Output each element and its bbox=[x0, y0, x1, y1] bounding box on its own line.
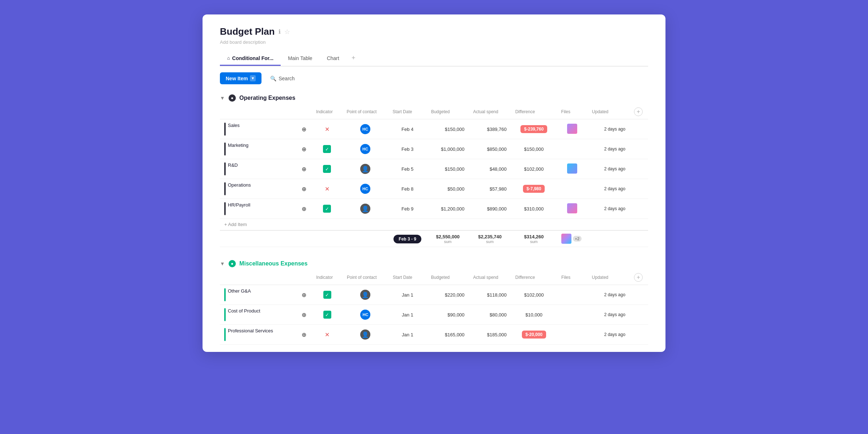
row-color-bar-green bbox=[224, 308, 226, 321]
poc-cell-sales: HC bbox=[342, 119, 388, 139]
diff-cell-othergna: $102,000 bbox=[511, 285, 557, 305]
info-icon[interactable]: ℹ bbox=[278, 28, 281, 35]
tab-add[interactable]: + bbox=[346, 51, 361, 67]
col-header-files-misc: Files bbox=[557, 270, 588, 285]
diff-value-positive: $10,000 bbox=[526, 312, 542, 318]
diff-value-positive: $102,000 bbox=[524, 166, 544, 172]
col-header-updated-misc: Updated bbox=[588, 270, 630, 285]
operating-expenses-header: ▼ ● Operating Expenses bbox=[220, 90, 648, 105]
indicator-cell-profservices: ✕ bbox=[312, 325, 342, 345]
date-range-badge: Feb 3 - 9 bbox=[393, 235, 421, 243]
table-row: HR/Payroll ⊕ ✓ 👤 Feb 9 $1,200,000 $890,0… bbox=[220, 199, 648, 219]
item-name-rd: R&D bbox=[228, 162, 238, 175]
actual-cell-profservices: $185,000 bbox=[469, 325, 511, 345]
row-add-cell[interactable]: ⊕ bbox=[297, 285, 312, 305]
poc-cell-marketing: HC bbox=[342, 139, 388, 159]
row-name-cell: Marketing bbox=[220, 139, 297, 159]
updated-cell-marketing: 2 days ago bbox=[588, 139, 630, 159]
sum-label: sum bbox=[473, 239, 506, 244]
board-description[interactable]: Add board description bbox=[220, 39, 648, 45]
summary-file-badges: +2 bbox=[561, 234, 583, 244]
row-name-cell: Operations bbox=[220, 179, 297, 199]
date-cell-operations: Feb 8 bbox=[388, 179, 427, 199]
row-addcol-cell bbox=[630, 119, 648, 139]
table-row: R&D ⊕ ✓ 👤 Feb 5 $150,000 $48,000 $102,00… bbox=[220, 159, 648, 179]
file-thumbnail-blue bbox=[567, 163, 577, 174]
add-item-row[interactable]: + Add Item bbox=[220, 219, 648, 231]
new-item-label: New Item bbox=[226, 76, 248, 81]
row-add-cell[interactable]: ⊕ bbox=[297, 199, 312, 219]
col-header-addcol-misc[interactable]: + bbox=[630, 270, 648, 285]
diff-cell-costproduct: $10,000 bbox=[511, 305, 557, 325]
row-add-cell[interactable]: ⊕ bbox=[297, 159, 312, 179]
row-add-cell[interactable]: ⊕ bbox=[297, 119, 312, 139]
poc-cell-profservices: 👤 bbox=[342, 325, 388, 345]
misc-expenses-table: Indicator Point of contact Start Date Bu… bbox=[220, 270, 648, 345]
indicator-green: ✓ bbox=[323, 145, 331, 153]
add-column-icon-misc[interactable]: + bbox=[634, 273, 643, 282]
collapse-icon-misc[interactable]: ▼ bbox=[220, 261, 225, 267]
table-row: Sales ⊕ ✕ HC Feb 4 $150,000 $389,760 $-2… bbox=[220, 119, 648, 139]
board-title-row: Budget Plan ℹ ☆ bbox=[220, 26, 648, 37]
files-cell-rd bbox=[557, 159, 588, 179]
col-header-add bbox=[297, 105, 312, 119]
row-addcol-cell bbox=[630, 199, 648, 219]
summary-budget: $2,550,000 sum bbox=[427, 230, 469, 247]
actual-cell-costproduct: $80,000 bbox=[469, 305, 511, 325]
file-thumb-multi bbox=[561, 234, 571, 244]
poc-cell-rd: 👤 bbox=[342, 159, 388, 179]
row-color-bar-green bbox=[224, 288, 226, 301]
board-title: Budget Plan bbox=[220, 26, 275, 37]
date-cell-hr: Feb 9 bbox=[388, 199, 427, 219]
poc-cell-othergna: 👤 bbox=[342, 285, 388, 305]
files-cell-marketing bbox=[557, 139, 588, 159]
files-cell-sales bbox=[557, 119, 588, 139]
summary-difference: $314,260 sum bbox=[511, 230, 557, 247]
row-add-cell[interactable]: ⊕ bbox=[297, 179, 312, 199]
row-add-cell[interactable]: ⊕ bbox=[297, 305, 312, 325]
tab-main-table[interactable]: Main Table bbox=[281, 52, 319, 66]
col-header-add-misc bbox=[297, 270, 312, 285]
new-item-button[interactable]: New Item ▾ bbox=[220, 72, 261, 84]
add-column-icon[interactable]: + bbox=[634, 107, 643, 116]
row-color-bar bbox=[224, 123, 226, 136]
diff-value-positive: $102,000 bbox=[524, 292, 544, 298]
date-cell-sales: Feb 4 bbox=[388, 119, 427, 139]
row-name-cell: HR/Payroll bbox=[220, 199, 297, 219]
date-cell-rd: Feb 5 bbox=[388, 159, 427, 179]
star-icon[interactable]: ☆ bbox=[284, 28, 290, 36]
budget-cell-profservices: $165,000 bbox=[427, 325, 469, 345]
row-addcol-cell bbox=[630, 179, 648, 199]
diff-cell-rd: $102,000 bbox=[511, 159, 557, 179]
poc-cell-costproduct: HC bbox=[342, 305, 388, 325]
diff-cell-operations: $-7,980 bbox=[511, 179, 557, 199]
operating-expenses-section: ▼ ● Operating Expenses Indicator Point o… bbox=[203, 90, 665, 352]
diff-cell-marketing: $150,000 bbox=[511, 139, 557, 159]
tab-conditional[interactable]: ⌂ Conditional For... bbox=[220, 52, 281, 66]
actual-cell-hr: $890,000 bbox=[469, 199, 511, 219]
indicator-green: ✓ bbox=[323, 205, 331, 213]
search-label: Search bbox=[278, 76, 294, 81]
avatar-anon: 👤 bbox=[360, 329, 370, 340]
col-header-addcol[interactable]: + bbox=[630, 105, 648, 119]
item-name-marketing: Marketing bbox=[228, 142, 248, 156]
budget-cell-sales: $150,000 bbox=[427, 119, 469, 139]
updated-cell-operations: 2 days ago bbox=[588, 179, 630, 199]
table-row: Marketing ⊕ ✓ HC Feb 3 $1,000,000 $850,0… bbox=[220, 139, 648, 159]
col-header-actual: Actual spend bbox=[469, 105, 511, 119]
row-add-cell[interactable]: ⊕ bbox=[297, 325, 312, 345]
new-item-dropdown-arrow[interactable]: ▾ bbox=[250, 75, 256, 81]
updated-cell-sales: 2 days ago bbox=[588, 119, 630, 139]
actual-cell-rd: $48,000 bbox=[469, 159, 511, 179]
table-header-row-misc: Indicator Point of contact Start Date Bu… bbox=[220, 270, 648, 285]
tab-chart[interactable]: Chart bbox=[320, 52, 346, 66]
collapse-icon[interactable]: ▼ bbox=[220, 95, 225, 101]
row-addcol-cell bbox=[630, 285, 648, 305]
row-add-cell[interactable]: ⊕ bbox=[297, 139, 312, 159]
add-item-label[interactable]: + Add Item bbox=[220, 219, 648, 231]
search-button[interactable]: 🔍 Search bbox=[266, 73, 299, 84]
col-header-poc-misc: Point of contact bbox=[342, 270, 388, 285]
col-header-date-misc: Start Date bbox=[388, 270, 427, 285]
files-cell-othergna bbox=[557, 285, 588, 305]
poc-cell-operations: HC bbox=[342, 179, 388, 199]
